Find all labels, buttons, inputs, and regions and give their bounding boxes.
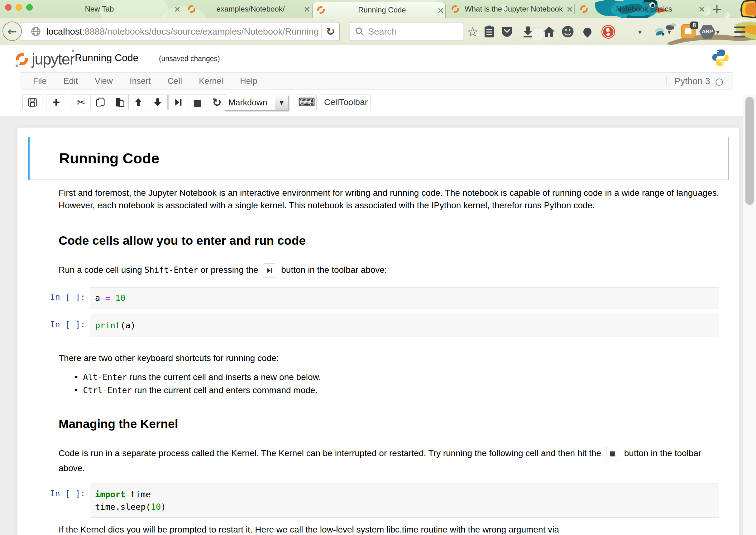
menu-insert[interactable]: Insert xyxy=(121,76,159,86)
tab-title: What is the Jupyter Notebook xyxy=(462,5,565,14)
dropdown-caret-icon[interactable]: ▾ xyxy=(716,24,719,39)
search-input[interactable] xyxy=(368,26,446,37)
jupyter-header: jupyter Running Code (unsaved changes) xyxy=(0,45,756,72)
menu-edit[interactable]: Edit xyxy=(55,76,87,86)
inline-code-shift-enter: Shift-Enter xyxy=(145,265,198,275)
url-text[interactable]: localhost:8888/notebooks/docs/source/exa… xyxy=(46,26,321,37)
menu-help[interactable]: Help xyxy=(231,76,266,86)
scrollbar-thumb[interactable] xyxy=(745,97,754,205)
dropdown-caret-icon[interactable]: ▾ xyxy=(667,24,671,39)
heading-managing-kernel[interactable]: Managing the Kernel xyxy=(59,417,726,431)
text: or pressing the xyxy=(198,265,261,275)
jupyter-favicon xyxy=(317,6,325,14)
tab-title: Notebook Basics xyxy=(591,5,697,14)
window-close-button[interactable] xyxy=(5,4,12,11)
jupyter-logo-icon xyxy=(15,52,29,66)
search-icon xyxy=(355,27,364,36)
tab-what-is-jupyter[interactable]: What is the Jupyter Notebook × xyxy=(447,0,574,18)
tab-divider xyxy=(574,4,575,14)
menu-file[interactable]: File xyxy=(25,76,55,86)
download-icon[interactable] xyxy=(522,24,533,39)
clipped-paragraph[interactable]: If the Kernel dies you will be prompted … xyxy=(59,523,726,535)
tab-strip: New Tab × examples/Notebook/ × Running C… xyxy=(0,0,756,18)
jupyter-favicon xyxy=(580,5,588,13)
code-input[interactable]: print(a) xyxy=(90,315,719,336)
menu-hamburger-icon[interactable] xyxy=(734,24,745,39)
jupyter-logo-dot xyxy=(72,49,74,52)
save-button[interactable] xyxy=(23,95,42,110)
adblock-plus-icon[interactable]: ABP xyxy=(699,24,716,39)
menu-kernel[interactable]: Kernel xyxy=(190,76,231,86)
screenshot-addon-icon[interactable]: 8 xyxy=(681,24,695,39)
reading-list-icon[interactable] xyxy=(484,24,495,39)
code-input[interactable]: import timetime.sleep(10) xyxy=(90,484,719,518)
move-cell-down-button[interactable] xyxy=(148,95,167,110)
tab-title: New Tab xyxy=(26,5,173,14)
jupyter-favicon xyxy=(451,5,459,13)
shortcuts-list: •Alt-Enter runs the current cell and ins… xyxy=(73,371,726,397)
shortcuts-paragraph[interactable]: There are two other keyboard shortcuts f… xyxy=(59,352,726,364)
run-cell-button[interactable] xyxy=(169,95,188,110)
bookmark-star-icon[interactable]: ☆ xyxy=(467,24,479,39)
pocket-icon[interactable] xyxy=(501,24,513,39)
tab-close-icon[interactable]: × xyxy=(302,4,311,14)
cut-cell-button[interactable]: ✂ xyxy=(71,95,91,110)
add-cell-button[interactable] xyxy=(46,95,66,110)
url-bar[interactable]: localhost:8888/notebooks/docs/source/exa… xyxy=(20,22,340,41)
search-bar[interactable] xyxy=(350,22,463,41)
command-palette-button[interactable]: ⌨ xyxy=(297,94,317,110)
window-zoom-button[interactable] xyxy=(26,4,33,11)
celltoolbar-button[interactable]: CellToolbar xyxy=(321,94,371,110)
extension-dragonfly-icon[interactable] xyxy=(653,24,667,39)
new-tab-button[interactable]: + xyxy=(712,1,722,16)
jupyter-logo[interactable]: jupyter xyxy=(15,50,74,68)
list-item: •Alt-Enter runs the current cell and ins… xyxy=(73,371,726,384)
tab-close-icon[interactable]: × xyxy=(697,4,707,14)
inline-run-button-icon xyxy=(263,264,276,278)
menu-view[interactable]: View xyxy=(86,76,121,86)
jupyter-logo-text: jupyter xyxy=(32,50,74,68)
kernel-paragraph[interactable]: Code is run in a separate process called… xyxy=(59,446,726,475)
text: button in the toolbar above: xyxy=(279,265,387,275)
tab-close-icon[interactable]: × xyxy=(436,5,445,15)
run-cell-paragraph[interactable]: Run a code cell using Shift-Enter or pre… xyxy=(59,264,726,278)
abp-label: ABP xyxy=(699,25,716,39)
window-minimize-button[interactable] xyxy=(15,4,22,11)
cell-type-value: Markdown xyxy=(224,95,275,110)
duckduckgo-icon[interactable] xyxy=(601,24,616,39)
dropdown-caret-icon[interactable]: ▾ xyxy=(638,24,642,39)
code-cell[interactable]: In [ ]: a = 10 xyxy=(28,287,719,309)
vertical-scrollbar[interactable] xyxy=(743,95,756,535)
tab-notebook-basics[interactable]: Notebook Basics × xyxy=(576,0,707,18)
bullet-icon: • xyxy=(73,385,79,395)
cell-type-select[interactable]: Markdown ▼ xyxy=(224,95,288,110)
tab-new-tab[interactable]: New Tab × xyxy=(26,0,182,18)
tab-examples-notebook[interactable]: examples/Notebook/ × xyxy=(183,0,311,18)
interrupt-kernel-button[interactable]: ■ xyxy=(188,95,207,110)
home-icon[interactable] xyxy=(543,24,555,39)
forget-icon[interactable] xyxy=(583,24,591,39)
input-prompt: In [ ]: xyxy=(28,287,90,302)
addon-badge: 8 xyxy=(690,21,698,29)
code-cell[interactable]: In [ ]: print(a) xyxy=(28,315,719,336)
heading-code-cells[interactable]: Code cells allow you to enter and run co… xyxy=(59,234,726,248)
tab-close-icon[interactable]: × xyxy=(173,4,182,14)
menu-cell[interactable]: Cell xyxy=(159,76,191,86)
text: run the current cell and enters command … xyxy=(132,385,317,395)
reload-button[interactable]: ↻ xyxy=(321,25,339,38)
site-identity-globe-icon xyxy=(31,26,41,37)
text: runs the current cell and inserts a new … xyxy=(127,372,321,382)
selected-markdown-cell[interactable]: Running Code xyxy=(28,137,729,180)
select-arrow-icon: ▼ xyxy=(275,95,288,110)
copy-cell-button[interactable] xyxy=(91,95,110,110)
move-cell-up-button[interactable] xyxy=(129,95,148,110)
tab-close-icon[interactable]: × xyxy=(565,4,574,14)
paste-cell-button[interactable] xyxy=(110,95,129,110)
intro-paragraph[interactable]: First and foremost, the Jupyter Notebook… xyxy=(59,187,726,212)
feedback-smiley-icon[interactable]: ☻ xyxy=(561,24,575,39)
notebook-title[interactable]: Running Code xyxy=(75,52,139,64)
tab-running-code[interactable]: Running Code × xyxy=(312,2,446,18)
code-cell[interactable]: In [ ]: import timetime.sleep(10) xyxy=(28,484,719,518)
back-button[interactable]: ← xyxy=(3,21,22,41)
code-input[interactable]: a = 10 xyxy=(90,287,719,309)
